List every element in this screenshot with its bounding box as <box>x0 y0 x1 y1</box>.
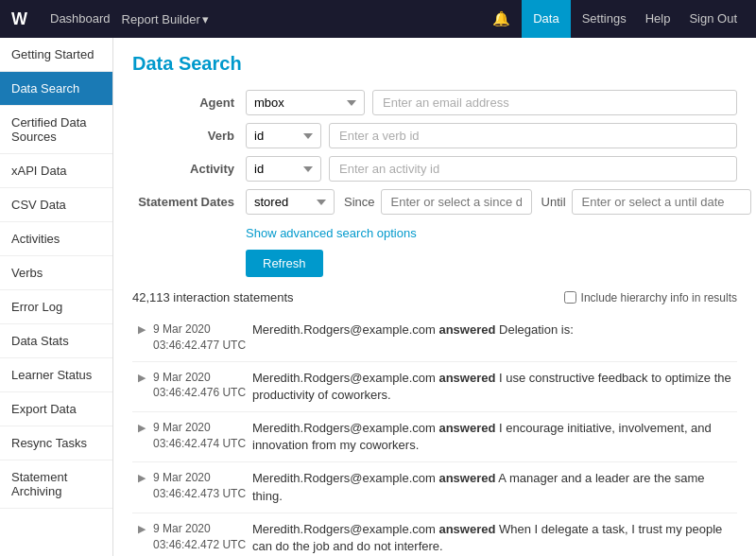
statement-dates-select[interactable]: stored timestamp <box>246 189 335 215</box>
statement-row[interactable]: ▶9 Mar 202003:46:42.473 UTCMeredith.Rodg… <box>132 462 737 513</box>
verb-select[interactable]: id display <box>246 123 321 148</box>
statement-date: 9 Mar 202003:46:42.474 UTC <box>153 420 252 452</box>
sidebar-item-statement-archiving[interactable]: Statement Archiving <box>0 460 112 509</box>
statement-date: 9 Mar 202003:46:42.477 UTC <box>153 321 252 354</box>
nav-data[interactable]: Data <box>522 0 570 38</box>
statement-dates-label: Statement Dates <box>132 195 246 209</box>
statement-date: 9 Mar 202003:46:42.472 UTC <box>153 521 252 553</box>
sidebar-item-data-stats[interactable]: Data Stats <box>0 324 112 358</box>
top-nav-right: 🔔 Data Settings Help Sign Out <box>492 0 745 38</box>
advanced-search-link[interactable]: Show advanced search options <box>246 226 737 240</box>
until-input[interactable] <box>572 189 751 215</box>
top-nav: W Dashboard Report Builder ▾ 🔔 Data Sett… <box>0 0 756 38</box>
nav-sign-out[interactable]: Sign Out <box>681 0 745 38</box>
statement-date: 9 Mar 202003:46:42.473 UTC <box>153 470 252 502</box>
sidebar-item-xapi-data[interactable]: xAPI Data <box>0 154 112 188</box>
verb-label: Verb <box>132 129 246 143</box>
statement-text: Meredith.Rodgers@example.com answered I … <box>252 370 731 404</box>
statement-text: Meredith.Rodgers@example.com answered A … <box>252 470 731 504</box>
sidebar-item-export-data[interactable]: Export Data <box>0 392 112 426</box>
results-count: 42,113 interaction statements <box>132 290 294 304</box>
statement-row[interactable]: ▶9 Mar 202003:46:42.472 UTCMeredith.Rodg… <box>132 513 737 556</box>
statement-row[interactable]: ▶9 Mar 202003:46:42.476 UTCMeredith.Rodg… <box>132 362 737 412</box>
since-input[interactable] <box>381 189 532 215</box>
statement-date: 9 Mar 202003:46:42.476 UTC <box>153 370 252 402</box>
hierarchy-check-container: Include hierarchy info in results <box>564 291 737 304</box>
agent-input[interactable] <box>372 90 737 115</box>
sidebar-item-activities[interactable]: Activities <box>0 222 112 256</box>
expand-arrow-icon[interactable]: ▶ <box>138 472 146 484</box>
expand-arrow-icon[interactable]: ▶ <box>138 422 146 434</box>
statement-text: Meredith.Rodgers@example.com answered Wh… <box>252 521 731 555</box>
until-label: Until <box>541 195 566 209</box>
sidebar-item-data-search[interactable]: Data Search <box>0 72 112 106</box>
main-content: Data Search Agent mbox account mbox_sha1… <box>113 38 756 556</box>
since-label: Since <box>344 195 375 209</box>
sidebar-item-verbs[interactable]: Verbs <box>0 256 112 290</box>
agent-row: Agent mbox account mbox_sha1sum openid <box>132 90 737 115</box>
page-title: Data Search <box>132 53 737 75</box>
app-logo: W <box>11 9 27 29</box>
nav-help[interactable]: Help <box>638 0 679 38</box>
activity-input[interactable] <box>329 156 737 182</box>
bell-icon[interactable]: 🔔 <box>492 10 510 27</box>
statement-text: Meredith.Rodgers@example.com answered De… <box>252 321 731 339</box>
verb-input[interactable] <box>329 123 737 148</box>
sidebar: Getting Started Data Search Certified Da… <box>0 38 113 556</box>
layout: Getting Started Data Search Certified Da… <box>0 38 756 556</box>
refresh-button[interactable]: Refresh <box>246 250 323 277</box>
agent-label: Agent <box>132 96 246 110</box>
results-header: 42,113 interaction statements Include hi… <box>132 290 737 304</box>
activity-row: Activity id display <box>132 156 737 182</box>
activity-label: Activity <box>132 162 246 176</box>
search-form: Agent mbox account mbox_sha1sum openid V… <box>132 90 737 215</box>
expand-arrow-icon[interactable]: ▶ <box>138 372 146 384</box>
hierarchy-label: Include hierarchy info in results <box>581 291 737 304</box>
expand-arrow-icon[interactable]: ▶ <box>138 523 146 535</box>
sidebar-item-learner-status[interactable]: Learner Status <box>0 358 112 392</box>
nav-dashboard[interactable]: Dashboard <box>43 0 118 38</box>
nav-report-builder[interactable]: Report Builder ▾ <box>122 12 209 26</box>
sidebar-item-certified-data-sources[interactable]: Certified Data Sources <box>0 106 112 154</box>
activity-select[interactable]: id display <box>246 156 321 182</box>
statement-text: Meredith.Rodgers@example.com answered I … <box>252 420 731 454</box>
sidebar-item-resync-tasks[interactable]: Resync Tasks <box>0 426 112 460</box>
hierarchy-checkbox[interactable] <box>564 291 576 304</box>
statement-dates-row: Statement Dates stored timestamp Since U… <box>132 189 737 215</box>
nav-settings[interactable]: Settings <box>575 0 634 38</box>
statement-row[interactable]: ▶9 Mar 202003:46:42.474 UTCMeredith.Rodg… <box>132 412 737 462</box>
sidebar-item-csv-data[interactable]: CSV Data <box>0 188 112 222</box>
statements-list: ▶9 Mar 202003:46:42.477 UTCMeredith.Rodg… <box>132 314 737 556</box>
sidebar-item-getting-started[interactable]: Getting Started <box>0 38 112 72</box>
verb-row: Verb id display <box>132 123 737 148</box>
agent-select[interactable]: mbox account mbox_sha1sum openid <box>246 90 365 115</box>
statement-row[interactable]: ▶9 Mar 202003:46:42.477 UTCMeredith.Rodg… <box>132 314 737 362</box>
expand-arrow-icon[interactable]: ▶ <box>138 323 146 336</box>
sidebar-item-error-log[interactable]: Error Log <box>0 290 112 324</box>
dates-row: stored timestamp Since Until <box>246 189 751 215</box>
